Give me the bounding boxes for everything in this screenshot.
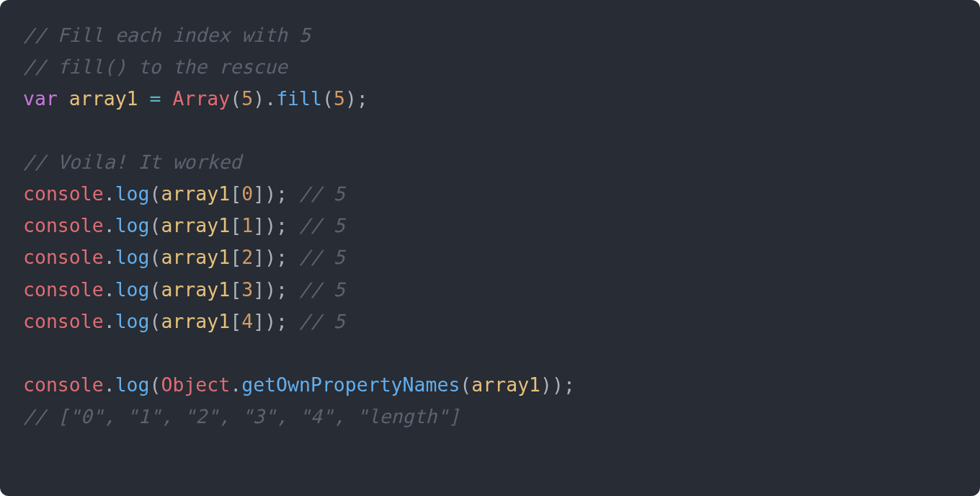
code-token: // Voila! It worked (23, 151, 241, 173)
code-token: 0 (241, 182, 253, 205)
code-line: // Fill each index with 5 (23, 24, 311, 46)
code-token: // 5 (299, 182, 345, 205)
code-line: console.log(array1[1]); // 5 (23, 214, 345, 236)
code-token: [ (230, 182, 241, 205)
code-token: ]); (253, 182, 299, 205)
code-token: ( (322, 87, 334, 110)
code-token: 4 (241, 310, 253, 332)
code-token: . (104, 182, 115, 205)
code-token: // fill() to the rescue (23, 56, 288, 78)
code-token: array1 (69, 87, 138, 110)
code-token: array1 (471, 373, 540, 396)
code-token: ). (253, 87, 276, 110)
code-line: // fill() to the rescue (23, 56, 288, 78)
code-token: 2 (241, 246, 253, 268)
code-token: ]); (253, 246, 299, 268)
code-line: // Voila! It worked (23, 151, 241, 173)
code-token: . (104, 214, 115, 236)
code-token: 1 (241, 214, 253, 236)
code-token: . (104, 373, 115, 396)
code-line: // ["0", "1", "2", "3", "4", "length"] (23, 405, 460, 428)
code-token: console (23, 373, 104, 396)
code-token: 5 (241, 87, 253, 110)
code-token: ( (230, 87, 241, 110)
code-block: // Fill each index with 5 // fill() to t… (0, 0, 980, 496)
code-token: . (104, 310, 115, 332)
code-token: console (23, 182, 104, 205)
code-token: ]); (253, 214, 299, 236)
code-token: [ (230, 310, 241, 332)
code-token: . (104, 278, 115, 301)
code-token: = (150, 87, 161, 110)
code-token: array1 (161, 246, 231, 268)
code-token: log (115, 214, 150, 236)
code-token: ( (150, 278, 161, 301)
code-token: log (115, 246, 150, 268)
code-token (161, 87, 173, 110)
code-token: . (104, 246, 115, 268)
code-line: console.log(array1[2]); // 5 (23, 246, 345, 268)
code-token: ( (150, 246, 161, 268)
code-token: ); (345, 87, 368, 110)
code-token: console (23, 278, 104, 301)
code-token: log (115, 182, 150, 205)
code-token (138, 87, 150, 110)
code-token: ( (150, 310, 161, 332)
code-token: console (23, 310, 104, 332)
code-line: console.log(array1[0]); // 5 (23, 182, 345, 205)
code-line: console.log(array1[4]); // 5 (23, 310, 345, 332)
code-token: array1 (161, 214, 231, 236)
code-token: 3 (241, 278, 253, 301)
code-token: // 5 (299, 310, 345, 332)
code-token: // ["0", "1", "2", "3", "4", "length"] (23, 405, 460, 428)
code-token: log (115, 278, 150, 301)
code-token: array1 (161, 182, 231, 205)
code-token: // 5 (299, 214, 345, 236)
code-token: // 5 (299, 246, 345, 268)
code-content: // Fill each index with 5 // fill() to t… (23, 24, 575, 428)
code-token: ( (150, 214, 161, 236)
code-line: var array1 = Array(5).fill(5); (23, 87, 368, 110)
code-token: log (115, 310, 150, 332)
code-token: [ (230, 278, 241, 301)
code-token: [ (230, 246, 241, 268)
code-token: // Fill each index with 5 (23, 24, 311, 46)
code-token: [ (230, 214, 241, 236)
code-token: ( (150, 373, 161, 396)
code-token: ]); (253, 310, 299, 332)
code-token: getOwnPropertyNames (241, 373, 460, 396)
code-token: fill (276, 87, 322, 110)
code-token: . (230, 373, 241, 396)
code-token: var (23, 87, 58, 110)
code-token: ( (460, 373, 471, 396)
code-token: ( (150, 182, 161, 205)
code-token: Object (161, 373, 231, 396)
code-token (58, 87, 69, 110)
code-token: array1 (161, 278, 231, 301)
code-token: array1 (161, 310, 231, 332)
code-token: Array (172, 87, 230, 110)
code-token: console (23, 246, 104, 268)
code-token: console (23, 214, 104, 236)
code-token: // 5 (299, 278, 345, 301)
code-token: )); (540, 373, 575, 396)
code-token: ]); (253, 278, 299, 301)
code-line: console.log(Object.getOwnPropertyNames(a… (23, 373, 575, 396)
code-token: log (115, 373, 150, 396)
code-token: 5 (334, 87, 345, 110)
code-line: console.log(array1[3]); // 5 (23, 278, 345, 301)
